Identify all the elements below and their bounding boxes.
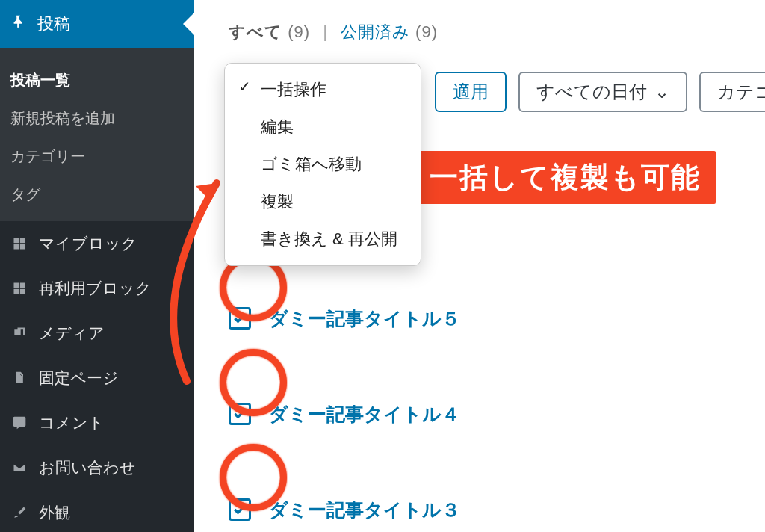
- sidebar-item-appearance[interactable]: 外観: [0, 490, 194, 532]
- sidebar-item-posts[interactable]: 投稿: [0, 0, 194, 48]
- grid-icon: [10, 235, 28, 253]
- table-row: ダミー記事タイトル５: [229, 270, 731, 366]
- sidebar-item-contact[interactable]: お問い合わせ: [0, 445, 194, 490]
- svg-rect-4: [14, 283, 19, 288]
- sidebar-item-label: 再利用ブロック: [39, 278, 152, 299]
- svg-rect-3: [20, 244, 25, 250]
- post-title-link[interactable]: ダミー記事タイトル４: [269, 402, 460, 427]
- bulk-option-rewrite[interactable]: 書き換え & 再公開: [225, 220, 421, 258]
- sidebar-item-label: 固定ページ: [39, 368, 119, 389]
- sidebar-item-label: マイブロック: [39, 233, 137, 254]
- submenu-post-list[interactable]: 投稿一覧: [0, 61, 194, 99]
- bulk-option-trash[interactable]: ゴミ箱へ移動: [225, 146, 421, 183]
- svg-rect-0: [14, 238, 19, 244]
- date-filter-select[interactable]: すべての日付 ⌄: [518, 72, 687, 112]
- submenu-add-new[interactable]: 新規投稿を追加: [0, 99, 194, 137]
- grid-icon: [10, 279, 28, 297]
- sidebar-item-comments[interactable]: コメント: [0, 400, 194, 445]
- sidebar-item-label: 外観: [39, 502, 70, 523]
- tab-published[interactable]: 公開済み: [341, 22, 410, 41]
- svg-rect-5: [20, 283, 25, 288]
- bulk-action-dropdown[interactable]: 一括操作 編集 ゴミ箱へ移動 複製 書き換え & 再公開: [224, 63, 421, 266]
- svg-rect-7: [20, 289, 25, 294]
- table-row: ダミー記事タイトル３: [229, 462, 731, 532]
- svg-rect-2: [14, 244, 19, 250]
- row-checkbox[interactable]: [229, 498, 251, 521]
- tab-all-count: (9): [288, 22, 310, 41]
- sidebar-item-reusable[interactable]: 再利用ブロック: [0, 266, 194, 311]
- brush-icon: [10, 504, 28, 522]
- bulk-option-none[interactable]: 一括操作: [225, 71, 421, 108]
- category-filter-label: カテゴリー: [717, 80, 765, 104]
- sidebar-item-media[interactable]: メディア: [0, 311, 194, 356]
- row-checkbox[interactable]: [229, 403, 251, 425]
- status-tabs: すべて (9) | 公開済み (9): [194, 0, 765, 43]
- annotation-callout: 一括して複製も可能: [415, 151, 716, 204]
- admin-sidebar: 投稿 投稿一覧 新規投稿を追加 カテゴリー タグ マイブロック 再利用ブロック …: [0, 0, 194, 532]
- media-icon: [10, 324, 28, 342]
- apply-button[interactable]: 適用: [435, 72, 507, 112]
- post-title-link[interactable]: ダミー記事タイトル５: [269, 306, 460, 331]
- sidebar-item-myblocks[interactable]: マイブロック: [0, 221, 194, 266]
- svg-point-9: [18, 331, 19, 332]
- sidebar-item-label: お問い合わせ: [39, 457, 136, 478]
- table-row: ダミー記事タイトル４: [229, 366, 731, 462]
- bulk-option-edit[interactable]: 編集: [225, 108, 421, 146]
- pin-icon: [10, 13, 27, 34]
- comment-icon: [10, 414, 28, 432]
- chevron-down-icon: ⌄: [654, 81, 669, 102]
- tab-all[interactable]: すべて: [229, 22, 282, 41]
- submenu-categories[interactable]: カテゴリー: [0, 137, 194, 176]
- separator: |: [323, 22, 328, 41]
- post-title-link[interactable]: ダミー記事タイトル３: [269, 498, 460, 522]
- submenu-tags[interactable]: タグ: [0, 176, 194, 214]
- svg-rect-1: [20, 238, 25, 244]
- sidebar-submenu: 投稿一覧 新規投稿を追加 カテゴリー タグ: [0, 48, 194, 221]
- svg-point-8: [16, 331, 17, 332]
- bulk-option-duplicate[interactable]: 複製: [225, 183, 421, 220]
- row-checkbox[interactable]: [229, 307, 251, 330]
- sidebar-item-pages[interactable]: 固定ページ: [0, 356, 194, 400]
- svg-rect-6: [14, 289, 19, 294]
- page-icon: [10, 369, 28, 387]
- mail-icon: [10, 459, 28, 477]
- sidebar-item-label: コメント: [39, 412, 105, 433]
- category-filter-select[interactable]: カテゴリー: [699, 72, 765, 112]
- sidebar-item-label: 投稿: [37, 13, 70, 35]
- tab-published-count: (9): [415, 22, 438, 41]
- date-filter-label: すべての日付: [536, 80, 647, 104]
- sidebar-item-label: メディア: [39, 323, 105, 344]
